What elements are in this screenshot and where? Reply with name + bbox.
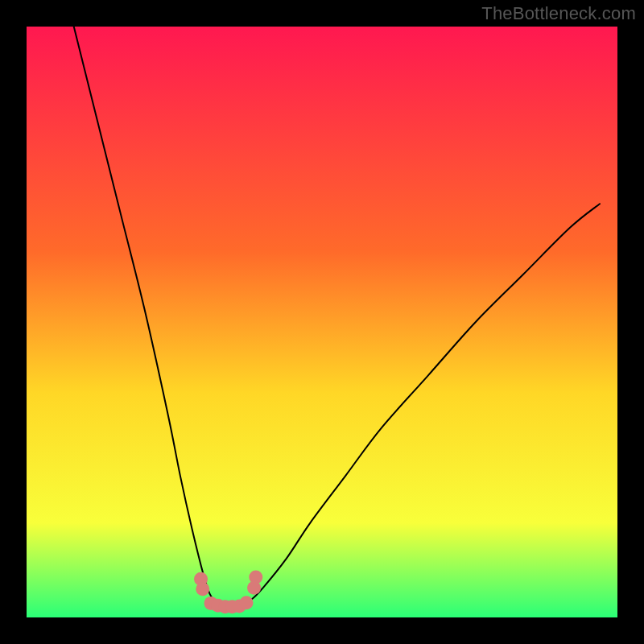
plot-background (27, 27, 617, 617)
bottleneck-chart (0, 0, 644, 644)
curve-dot (196, 582, 209, 596)
chart-frame: TheBottleneck.com (0, 0, 644, 644)
curve-dot (249, 571, 262, 584)
curve-dot (240, 596, 254, 609)
watermark-text: TheBottleneck.com (481, 3, 636, 24)
